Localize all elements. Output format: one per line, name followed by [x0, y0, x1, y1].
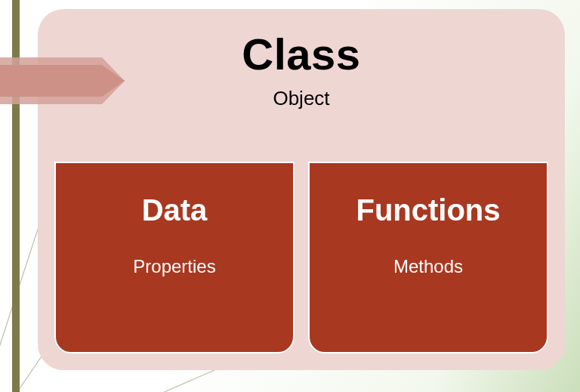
- functions-box-subtitle: Methods: [310, 256, 547, 277]
- data-box: Data Properties: [54, 162, 295, 353]
- functions-box: Functions Methods: [308, 162, 548, 353]
- data-box-title: Data: [56, 193, 293, 227]
- pointer-arrow-icon: [0, 57, 128, 104]
- functions-box-title: Functions: [310, 193, 547, 227]
- svg-marker-5: [0, 57, 125, 104]
- data-box-subtitle: Properties: [56, 256, 293, 277]
- child-boxes-row: Data Properties Functions Methods: [54, 162, 548, 353]
